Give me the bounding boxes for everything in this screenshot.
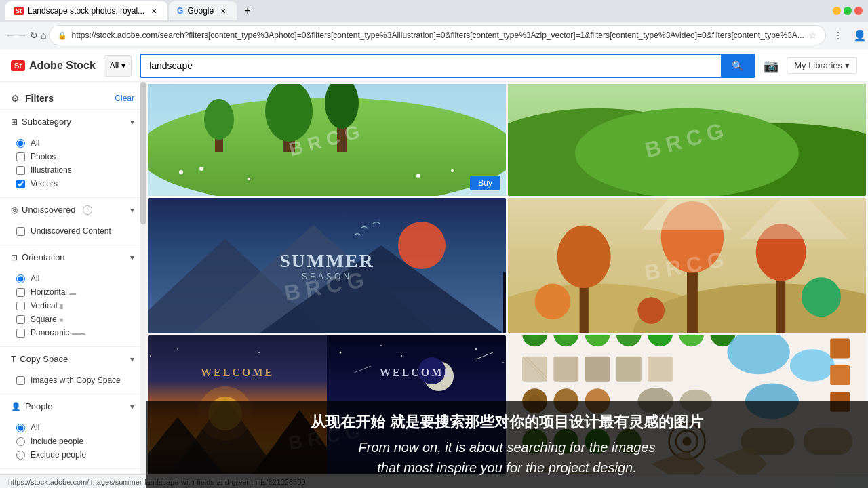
search-bar: 🔍 xyxy=(140,54,755,78)
brand-name: Adobe Stock xyxy=(29,60,96,72)
tab-google[interactable]: G Google ✕ xyxy=(169,1,237,20)
copyspace-options: Images with Copy Space xyxy=(0,371,145,394)
extensions-button[interactable]: ⋮ xyxy=(829,26,848,45)
orientation-vertical[interactable]: Vertical ▮ xyxy=(16,299,134,312)
clear-filters-button[interactable]: Clear xyxy=(115,94,134,103)
stock-badge: St xyxy=(11,60,25,71)
subcategory-vectors[interactable]: Vectors xyxy=(16,177,134,190)
main-layout: ⚙ Filters Clear ⊞ Subcategory ▾ All xyxy=(0,82,868,488)
copyspace-collapse-icon: ▾ xyxy=(130,354,134,364)
image-landscape-hills: BRCG xyxy=(508,84,866,196)
welcome-left-overlay: WELCOME xyxy=(201,367,274,379)
orientation-panoramic[interactable]: Panoramic ▬▬ xyxy=(16,326,134,340)
tab-close-google[interactable]: ✕ xyxy=(218,5,229,16)
svg-point-56 xyxy=(401,355,402,357)
filter-section-people: 👤 People ▾ All Include people Exclude pe… xyxy=(0,394,145,468)
header-right: 📷 My Libraries ▾ xyxy=(764,57,857,74)
image-card-1[interactable]: BRCG Buy xyxy=(148,84,506,196)
undiscovered-title: ◎ Undiscovered i xyxy=(11,205,92,215)
refresh-button[interactable]: ↻ xyxy=(30,26,38,45)
svg-point-9 xyxy=(199,167,203,171)
bookmark-icon[interactable]: ☆ xyxy=(808,30,817,41)
subcategory-title: ⊞ Subcategory xyxy=(11,117,71,127)
close-button[interactable] xyxy=(854,7,863,15)
subcategory-photos[interactable]: Photos xyxy=(16,150,134,163)
home-button[interactable]: ⌂ xyxy=(41,26,46,45)
filter-section-subcategory: ⊞ Subcategory ▾ All Photos Illustrations xyxy=(0,109,145,197)
copyspace-header[interactable]: T Copy Space ▾ xyxy=(0,347,145,371)
people-header[interactable]: 👤 People ▾ xyxy=(0,394,145,418)
svg-point-47 xyxy=(177,348,178,350)
subtitle-overlay: 从现在开始 就是要搜索那些对你的项目设计最有灵感的图片 From now on,… xyxy=(146,401,868,488)
nav-bar: ← → ↻ ⌂ 🔒 https://stock.adobe.com/search… xyxy=(0,22,868,49)
people-include[interactable]: Include people xyxy=(16,434,134,448)
image-card-4[interactable]: BRCG xyxy=(508,198,866,333)
tab-close-stock[interactable]: ✕ xyxy=(149,5,159,16)
tab-adobe-stock[interactable]: St Landscape stock photos, royal... ✕ xyxy=(5,1,167,20)
svg-point-8 xyxy=(179,170,183,174)
filters-title: Filters xyxy=(25,93,54,104)
svg-point-12 xyxy=(451,169,454,172)
svg-point-36 xyxy=(802,277,841,317)
svg-point-30 xyxy=(557,226,611,288)
sidebar: ⚙ Filters Clear ⊞ Subcategory ▾ All xyxy=(0,82,146,488)
svg-rect-86 xyxy=(830,365,850,385)
copyspace-title: T Copy Space xyxy=(11,354,68,364)
subtitle-english: From now on, it is about searching for t… xyxy=(167,437,846,478)
summer-subtitle: SEASON xyxy=(279,272,374,281)
hills-svg xyxy=(508,84,866,196)
svg-rect-70 xyxy=(553,357,578,382)
title-bar: St Landscape stock photos, royal... ✕ G … xyxy=(0,0,868,22)
image-autumn: BRCG xyxy=(508,198,866,333)
undiscovered-header[interactable]: ◎ Undiscovered i ▾ xyxy=(0,198,145,222)
orientation-all[interactable]: All xyxy=(16,272,134,285)
sidebar-wrapper: ⚙ Filters Clear ⊞ Subcategory ▾ All xyxy=(0,82,146,488)
subcategory-illustrations[interactable]: Illustrations xyxy=(16,163,134,177)
svg-rect-85 xyxy=(830,338,850,358)
minimize-button[interactable] xyxy=(833,7,841,15)
orientation-square[interactable]: Square ■ xyxy=(16,312,134,326)
sidebar-scrollbar-track[interactable] xyxy=(140,82,146,488)
forward-button[interactable]: → xyxy=(18,26,27,45)
compass-icon: ◎ xyxy=(11,205,18,215)
back-button[interactable]: ← xyxy=(5,26,15,45)
image-card-2[interactable]: BRCG xyxy=(508,84,866,196)
filters-header: ⚙ Filters Clear xyxy=(0,87,145,109)
search-button[interactable]: 🔍 xyxy=(721,55,754,77)
people-title: 👤 People xyxy=(11,401,52,411)
orientation-horizontal[interactable]: Horizontal ▬ xyxy=(16,285,134,299)
subtitle-chinese: 从现在开始 就是要搜索那些对你的项目设计最有灵感的图片 xyxy=(167,412,846,433)
filter-section-copyspace: T Copy Space ▾ Images with Copy Space xyxy=(0,346,145,394)
tab-add-button[interactable]: + xyxy=(238,1,257,20)
orientation-icon: ⊡ xyxy=(11,253,18,262)
search-input[interactable] xyxy=(141,60,721,71)
images-with-copyspace[interactable]: Images with Copy Space xyxy=(16,373,134,387)
svg-point-48 xyxy=(258,352,260,353)
orientation-title: ⊡ Orientation xyxy=(11,252,65,262)
filter-icon: ⚙ xyxy=(11,93,20,104)
camera-icon[interactable]: 📷 xyxy=(764,58,778,73)
undiscovered-content[interactable]: Undiscovered Content xyxy=(16,224,134,238)
undiscovered-info-icon: i xyxy=(83,205,92,215)
image-landscape-green: BRCG xyxy=(148,84,506,196)
people-all[interactable]: All xyxy=(16,421,134,434)
subcategory-header[interactable]: ⊞ Subcategory ▾ xyxy=(0,110,145,134)
svg-point-46 xyxy=(150,355,151,357)
autumn-svg xyxy=(508,198,866,333)
account-button[interactable]: 👤 xyxy=(850,26,868,45)
person-icon: 👤 xyxy=(11,402,21,411)
content-type-select[interactable]: All ▾ xyxy=(104,55,132,77)
maximize-button[interactable] xyxy=(844,7,852,15)
buy-button-1[interactable]: Buy xyxy=(470,176,500,190)
subcategory-all[interactable]: All xyxy=(16,136,134,150)
content-type-chevron: ▾ xyxy=(121,61,125,70)
svg-point-11 xyxy=(416,174,420,178)
svg-point-17 xyxy=(575,108,799,196)
tab-label-stock: Landscape stock photos, royal... xyxy=(28,6,144,16)
orientation-header[interactable]: ⊡ Orientation ▾ xyxy=(0,245,145,269)
address-bar[interactable]: 🔒 https://stock.adobe.com/search?filters… xyxy=(49,25,825,45)
my-libraries-button[interactable]: My Libraries ▾ xyxy=(787,57,857,74)
svg-point-55 xyxy=(502,362,504,363)
image-card-3[interactable]: SUMMER SEASON BRCG xyxy=(148,198,506,333)
people-exclude[interactable]: Exclude people xyxy=(16,448,134,462)
